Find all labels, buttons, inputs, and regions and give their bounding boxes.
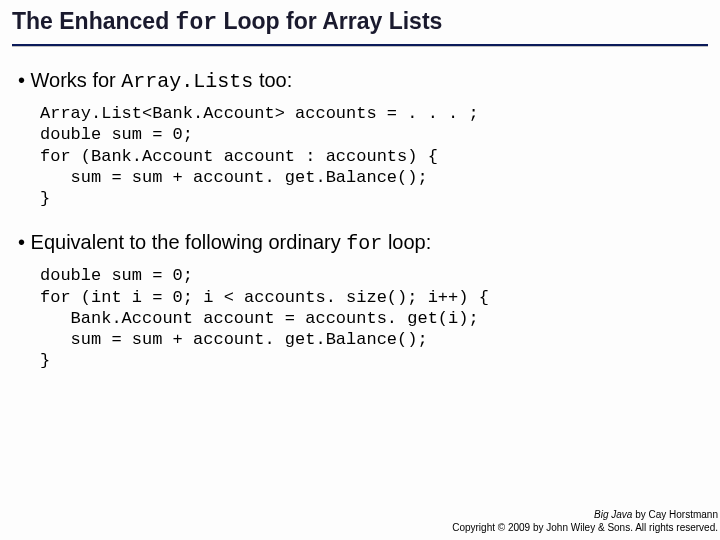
title-post: Loop for Array Lists bbox=[217, 8, 442, 34]
title-mono: for bbox=[176, 10, 217, 36]
slide: The Enhanced for Loop for Array Lists Wo… bbox=[0, 0, 720, 372]
bullet-1-mono: Array.Lists bbox=[121, 70, 253, 93]
code-block-2: double sum = 0; for (int i = 0; i < acco… bbox=[40, 265, 708, 371]
footer-line-1: Big Java by Cay Horstmann bbox=[452, 509, 718, 522]
bullet-1-post: too: bbox=[253, 69, 292, 91]
slide-content: Works for Array.Lists too: Array.List<Ba… bbox=[12, 69, 708, 372]
bullet-2-mono: for bbox=[346, 232, 382, 255]
bullet-1-pre: Works for bbox=[31, 69, 122, 91]
title-underline bbox=[12, 44, 708, 47]
footer: Big Java by Cay Horstmann Copyright © 20… bbox=[452, 509, 718, 534]
footer-line-2: Copyright © 2009 by John Wiley & Sons. A… bbox=[452, 522, 718, 535]
bullet-2-pre: Equivalent to the following ordinary bbox=[31, 231, 347, 253]
title-pre: The Enhanced bbox=[12, 8, 176, 34]
code-block-1: Array.List<Bank.Account> accounts = . . … bbox=[40, 103, 708, 209]
slide-title: The Enhanced for Loop for Array Lists bbox=[12, 8, 708, 40]
bullet-2: Equivalent to the following ordinary for… bbox=[18, 231, 708, 255]
bullet-2-post: loop: bbox=[382, 231, 431, 253]
bullet-1: Works for Array.Lists too: bbox=[18, 69, 708, 93]
footer-author: by Cay Horstmann bbox=[632, 509, 718, 520]
footer-book-title: Big Java bbox=[594, 509, 632, 520]
